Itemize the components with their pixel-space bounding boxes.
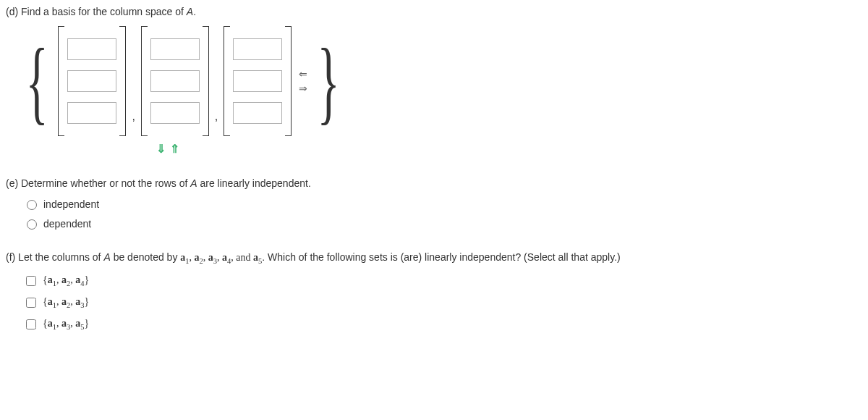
vector-2-cell-3[interactable] [150, 102, 200, 124]
vector-3-cell-2[interactable] [233, 70, 282, 92]
vector-2 [141, 26, 209, 136]
add-row-icon[interactable]: ⇒ [299, 83, 307, 93]
remove-column-icon[interactable]: ⇓ [156, 142, 166, 156]
column-arrow-controls: ⇓ ⇑ [156, 142, 179, 156]
part-d: (d) Find a basis for the column space of… [6, 6, 862, 156]
row-arrow-controls: ⇐ ⇒ [299, 69, 307, 93]
bracket-left-icon [224, 26, 230, 136]
bracket-left-icon [58, 26, 64, 136]
part-f: (f) Let the columns of A be denoted by a… [6, 251, 862, 332]
open-brace-icon: { [26, 34, 48, 128]
add-column-icon[interactable]: ⇑ [170, 142, 179, 156]
vector-3 [224, 26, 292, 136]
checkbox-set-3[interactable] [26, 319, 36, 329]
vector-1-cell-1[interactable] [67, 38, 116, 60]
part-e-label: (e) Determine whether or not the rows of… [6, 177, 862, 189]
close-brace-icon: } [318, 34, 340, 128]
remove-row-icon[interactable]: ⇐ [299, 69, 307, 79]
bracket-right-icon [119, 26, 126, 136]
vector-1 [58, 26, 126, 136]
basis-input-area: { , , [20, 26, 862, 156]
part-d-label: (d) Find a basis for the column space of… [6, 6, 862, 17]
radio-option-dependent[interactable]: dependent [23, 217, 862, 230]
checkbox-label: {a1, a3, a5} [43, 318, 89, 331]
vector-1-cell-3[interactable] [67, 102, 116, 124]
radio-independent[interactable] [27, 200, 37, 210]
vector-3-cell-3[interactable] [233, 102, 282, 124]
checkbox-set-2[interactable] [26, 298, 36, 308]
checkbox-label: {a1, a2, a3} [43, 296, 89, 309]
radio-dependent[interactable] [27, 219, 37, 230]
vector-2-cell-1[interactable] [150, 38, 200, 60]
vector-list: a1, a2, a3, a4, and a5 [180, 252, 262, 263]
vector-3-cell-1[interactable] [233, 38, 282, 60]
vector-2-cell-2[interactable] [150, 70, 200, 92]
checkbox-option-2[interactable]: {a1, a2, a3} [23, 295, 862, 310]
bracket-right-icon [285, 26, 292, 136]
comma: , [132, 110, 135, 123]
comma: , [215, 110, 218, 123]
checkbox-option-3[interactable]: {a1, a3, a5} [23, 317, 862, 332]
checkbox-option-1[interactable]: {a1, a2, a4} [23, 274, 862, 288]
vector-1-cell-2[interactable] [67, 70, 116, 92]
radio-option-independent[interactable]: independent [23, 198, 862, 210]
radio-label: dependent [43, 218, 91, 230]
radio-label: independent [43, 198, 99, 210]
part-e: (e) Determine whether or not the rows of… [6, 177, 862, 230]
bracket-right-icon [203, 26, 209, 136]
part-f-label: (f) Let the columns of A be denoted by a… [6, 251, 862, 265]
checkbox-label: {a1, a2, a4} [43, 274, 89, 287]
checkbox-set-1[interactable] [26, 276, 36, 286]
bracket-left-icon [141, 26, 148, 136]
